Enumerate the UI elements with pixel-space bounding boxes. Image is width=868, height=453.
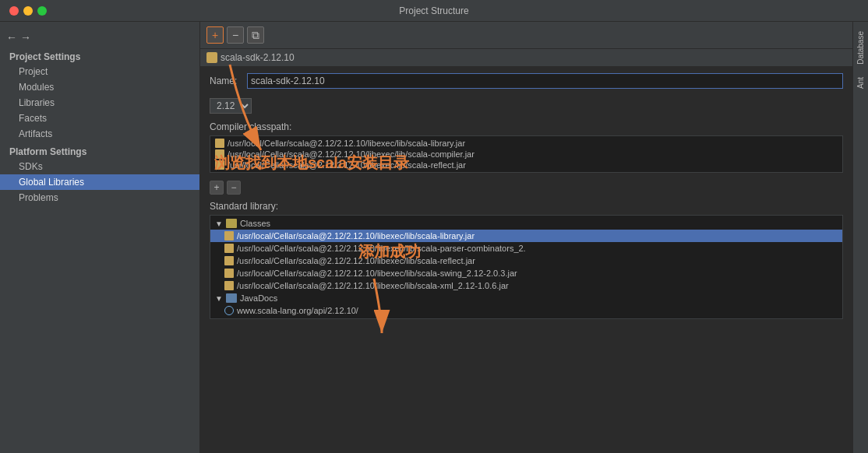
classes-label: Classes — [240, 219, 270, 228]
jar-icon — [224, 256, 234, 265]
classpath-item-label: /usr/local/Cellar/scala@2.12/2.12.10/lib… — [228, 160, 466, 170]
remove-library-button[interactable]: − — [227, 181, 241, 195]
jar-icon — [215, 149, 224, 159]
javadocs-item-0[interactable]: www.scala-lang.org/api/2.12.10/ — [210, 304, 842, 317]
tree-toggle-classes: ▼ — [215, 219, 223, 228]
standard-library-label: Standard library: — [210, 201, 843, 212]
right-toolbar: + − ⧉ — [200, 22, 852, 49]
library-controls: + − — [200, 177, 852, 198]
sidebar-item-project[interactable]: Project — [0, 64, 199, 79]
sidebar-item-facets[interactable]: Facets — [0, 111, 199, 126]
name-input[interactable] — [247, 73, 843, 89]
classes-item-path: /usr/local/Cellar/scala@2.12/2.12.10/lib… — [237, 256, 475, 265]
classpath-label: Compiler classpath: — [210, 121, 843, 132]
javadocs-group[interactable]: ▼ JavaDocs — [210, 292, 842, 304]
classpath-item-label: /usr/local/Cellar/scala@2.12/2.12.10/lib… — [228, 139, 465, 148]
name-label: Name: — [210, 76, 241, 86]
sidebar: ← → Project Settings Project Modules Lib… — [0, 22, 200, 453]
classes-item-3[interactable]: /usr/local/Cellar/scala@2.12/2.12.10/lib… — [210, 267, 842, 279]
sdk-icon — [206, 52, 217, 63]
name-row: Name: — [200, 67, 852, 95]
classpath-section: Compiler classpath: /usr/local/Cellar/sc… — [200, 117, 852, 177]
close-button[interactable] — [9, 6, 19, 16]
javadocs-item-path: www.scala-lang.org/api/2.12.10/ — [237, 306, 358, 315]
classpath-item: /usr/local/Cellar/scala@2.12/2.12.10/lib… — [210, 138, 842, 149]
right-tabs-panel: Database Ant — [852, 22, 868, 453]
version-select[interactable]: 2.12 2.11 2.13 — [210, 98, 252, 114]
sidebar-item-modules[interactable]: Modules — [0, 79, 199, 95]
classes-item-path: /usr/local/Cellar/scala@2.12/2.12.10/lib… — [237, 281, 509, 290]
title-bar: Project Structure — [0, 0, 868, 22]
window-controls — [9, 6, 47, 16]
jar-icon — [224, 244, 234, 253]
maximize-button[interactable] — [37, 6, 47, 16]
version-row: 2.12 2.11 2.13 — [200, 95, 852, 117]
forward-button[interactable]: → — [20, 31, 31, 44]
platform-settings-section: Platform Settings — [0, 142, 199, 159]
web-icon — [224, 306, 234, 315]
project-settings-section: Project Settings — [0, 47, 199, 64]
sidebar-item-problems[interactable]: Problems — [0, 190, 199, 205]
tree-toggle-javadocs: ▼ — [215, 294, 223, 303]
sdk-item-label: scala-sdk-2.12.10 — [221, 52, 295, 63]
add-button[interactable]: + — [206, 26, 224, 44]
minimize-button[interactable] — [23, 6, 33, 16]
classes-item-path: /usr/local/Cellar/scala@2.12/2.12.10/lib… — [237, 244, 526, 253]
ant-tab[interactable]: Ant — [855, 74, 866, 92]
classes-item-0[interactable]: /usr/local/Cellar/scala@2.12/2.12.10/lib… — [210, 230, 842, 242]
back-button[interactable]: ← — [6, 31, 17, 44]
standard-library-section: Standard library: ▼ Classes /usr/local/C… — [200, 198, 852, 453]
jar-icon — [215, 139, 224, 148]
jar-icon — [224, 281, 234, 290]
right-panel: + − ⧉ scala-sdk-2.12.10 Name: 2.12 2.11 … — [200, 22, 852, 453]
main-container: ← → Project Settings Project Modules Lib… — [0, 22, 868, 453]
copy-button[interactable]: ⧉ — [247, 26, 264, 44]
sidebar-item-artifacts[interactable]: Artifacts — [0, 126, 199, 142]
database-tab[interactable]: Database — [855, 28, 866, 68]
window-title: Project Structure — [399, 5, 468, 16]
classes-item-1[interactable]: /usr/local/Cellar/scala@2.12/2.12.10/lib… — [210, 242, 842, 255]
classes-item-path: /usr/local/Cellar/scala@2.12/2.12.10/lib… — [237, 231, 475, 241]
jar-icon — [215, 160, 224, 170]
nav-arrows: ← → — [0, 28, 199, 47]
classes-group[interactable]: ▼ Classes — [210, 217, 842, 230]
classes-folder-icon — [226, 219, 237, 228]
sidebar-item-libraries[interactable]: Libraries — [0, 95, 199, 111]
classpath-item-label: /usr/local/Cellar/scala@2.12/2.12.10/lib… — [228, 149, 475, 159]
jar-icon — [224, 269, 234, 278]
javadocs-label: JavaDocs — [240, 293, 277, 303]
sdk-list-item[interactable]: scala-sdk-2.12.10 — [200, 49, 852, 67]
classpath-item: /usr/local/Cellar/scala@2.12/2.12.10/lib… — [210, 160, 842, 170]
classpath-items: /usr/local/Cellar/scala@2.12/2.12.10/lib… — [210, 135, 843, 173]
javadocs-folder-icon — [226, 293, 237, 303]
jar-icon — [224, 231, 234, 241]
classpath-item: /usr/local/Cellar/scala@2.12/2.12.10/lib… — [210, 149, 842, 160]
classes-item-2[interactable]: /usr/local/Cellar/scala@2.12/2.12.10/lib… — [210, 255, 842, 267]
sidebar-item-global-libraries[interactable]: Global Libraries — [0, 174, 199, 190]
standard-library-tree: ▼ Classes /usr/local/Cellar/scala@2.12/2… — [210, 215, 843, 319]
remove-button[interactable]: − — [227, 26, 244, 44]
add-library-button[interactable]: + — [210, 181, 224, 195]
classes-item-path: /usr/local/Cellar/scala@2.12/2.12.10/lib… — [237, 269, 517, 278]
sidebar-item-sdks[interactable]: SDKs — [0, 159, 199, 174]
classes-item-4[interactable]: /usr/local/Cellar/scala@2.12/2.12.10/lib… — [210, 279, 842, 292]
